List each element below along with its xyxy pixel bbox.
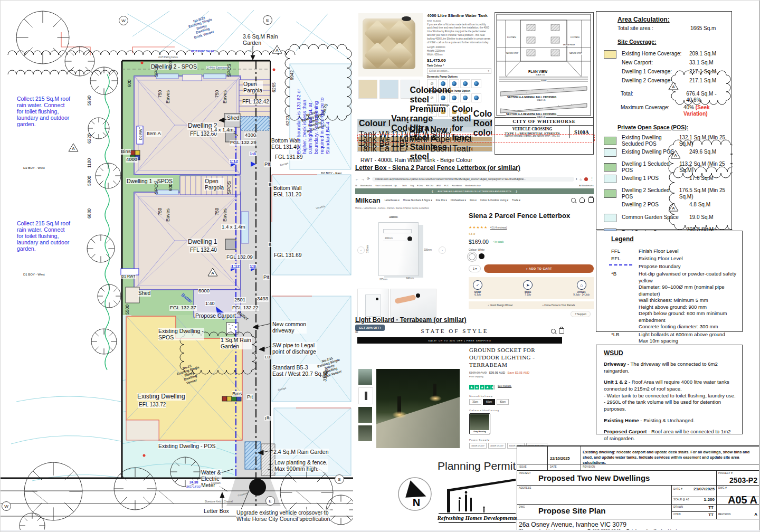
quantity-stepper[interactable]: 1 ▾: [469, 265, 481, 272]
forward-icon[interactable]: →: [361, 177, 365, 181]
triangle-a-marker: A: [68, 143, 79, 153]
plan-label: Open Pargola: [243, 81, 263, 93]
rating-text[interactable]: 4.5 (4 reviews): [490, 226, 507, 229]
bag-icon[interactable]: [559, 328, 564, 334]
pump-option[interactable]: [471, 93, 481, 102]
swatch-black[interactable]: [479, 253, 484, 259]
plan-label: Item A: [146, 131, 162, 137]
url-bar[interactable]: milkcan.com.au/products/siena-2-parcel-f…: [372, 177, 574, 182]
back-icon[interactable]: ←: [355, 177, 359, 181]
dwg-label: DWG: [519, 506, 525, 508]
see-reviews[interactable]: See reviews.: [498, 385, 511, 387]
date-col-label: DATE: [550, 466, 557, 468]
plan-label: SCALE 1:25: [536, 117, 546, 118]
cart-icon[interactable]: [588, 197, 594, 203]
bookmark-item[interactable]: FLX: [444, 184, 449, 187]
bollard-section: Light Bollard - Terrabeam (or similar) ≡…: [355, 316, 564, 451]
gallery-next[interactable]: ›: [439, 246, 446, 254]
wsud-paragraph: Unit 1 & 2 - Roof Area will require 4000…: [604, 379, 736, 412]
power-button[interactable]: 3000K DC12V: [469, 443, 487, 449]
bookmark-item[interactable]: ANT: [436, 184, 441, 187]
triangle-a-marker: A: [668, 203, 679, 212]
nav-item[interactable]: House Numbers & Signs ▾: [403, 199, 432, 202]
area-calc-title: Area Calculation:: [618, 16, 732, 23]
plan-label: BROOM FINISH: [563, 44, 575, 46]
plan-label: FGL 132.37: [169, 305, 197, 311]
bookmark-item[interactable]: Bookmarks: [360, 184, 372, 187]
profile-avatar[interactable]: [584, 177, 588, 181]
size-button[interactable]: 30cm: [469, 399, 481, 405]
tank-product-card: 4000 Litre Slimline Water Tank SKU: SL40…: [355, 10, 493, 166]
nav-item[interactable]: Trade ▾: [512, 199, 520, 202]
support-button[interactable]: ? Support: [571, 311, 591, 317]
bollard-main-image: [376, 369, 460, 448]
refresh-icon[interactable]: ⟳: [367, 177, 370, 181]
pump-option[interactable]: [460, 79, 470, 88]
bookmark-item[interactable]: Yog: [410, 184, 414, 187]
casing-option[interactable]: Grey Housing: [469, 413, 490, 434]
trustpilot-stars: ★★★★★: [469, 381, 496, 391]
breadcrumb[interactable]: Home › Letterboxes › Fence › Parcel › Si…: [355, 207, 594, 210]
letterbox-info: Siena 2 Parcel Fence Letterbox ★★★★★ 4.5…: [463, 212, 594, 309]
coverage-total-label: Total:: [621, 91, 686, 104]
tank-thumb[interactable]: [379, 80, 398, 99]
plan-label: 87°19'00" 34.96: [191, 50, 214, 53]
bookmark-item[interactable]: Bookmarks bar: [465, 184, 481, 187]
date-value: 21/07/2025: [676, 487, 715, 491]
apps-icon[interactable]: ⊞: [355, 184, 357, 187]
star-icon[interactable]: ☆: [580, 177, 582, 181]
plan-label: 1 Sq.M Rain Garden: [220, 337, 252, 349]
plan-label: 6223: [286, 115, 291, 126]
bookmark-item[interactable]: Tech: [402, 184, 406, 187]
revision-value: A: [718, 512, 757, 517]
store-name[interactable]: STATE OF STYLE: [358, 328, 551, 334]
bollard-thumbs[interactable]: [358, 369, 373, 441]
tank-thumb[interactable]: [358, 80, 377, 99]
extension-icon[interactable]: 🞂: [576, 177, 577, 181]
nav-item[interactable]: Pots ▾: [470, 199, 477, 202]
bookmark-item[interactable]: Facebook: [452, 184, 462, 187]
gallery-prev[interactable]: ‹: [357, 246, 365, 254]
price-new: $99.95 AUD: [489, 371, 505, 374]
pump-option[interactable]: [471, 79, 481, 88]
bookmark-item[interactable]: Your Dashboard - Up...: [375, 184, 399, 187]
menu-kebab-icon[interactable]: ⋮: [590, 177, 594, 181]
swatch-white[interactable]: [469, 253, 476, 260]
plan-label: 6000: [198, 288, 210, 294]
banner-prev-icon[interactable]: ❮: [432, 190, 434, 193]
plan-label: SW pipe to Legal point of discharge: [272, 342, 317, 355]
plan-label: Eaves: [222, 208, 227, 222]
bookmark-item[interactable]: Rh.Ost: [426, 184, 433, 187]
nav-item[interactable]: Letterboxes ▾: [385, 199, 400, 202]
pump-option[interactable]: [460, 93, 470, 102]
plan-label: 750: [158, 90, 163, 98]
plan-label: 3.6 Sq.M Rain Garden: [242, 33, 279, 46]
store-logo[interactable]: Milkcan: [355, 196, 381, 204]
size-button[interactable]: 80cm: [497, 399, 509, 405]
size-button[interactable]: 60cm: [483, 399, 495, 405]
search-icon[interactable]: [571, 198, 576, 203]
legend-row: EFL Existing Floor Level: [611, 255, 737, 262]
bookmark-item[interactable]: F.Dev: [417, 184, 423, 187]
crossing-title: VEHICLE CROSSING: [495, 127, 569, 131]
survey-node: W: [119, 16, 128, 25]
add-to-cart-button[interactable]: + ADD TO CART: [484, 264, 594, 273]
banner-next-icon[interactable]: ❯: [516, 190, 518, 193]
search-icon[interactable]: [551, 329, 556, 334]
step-icon: ➤: [523, 280, 533, 290]
plan-label: 1100: [87, 158, 92, 168]
nav-item[interactable]: Indoor & Outdoor Living ▾: [480, 199, 508, 202]
account-icon[interactable]: [580, 197, 585, 203]
nav-item[interactable]: Clotheslines ▾: [451, 199, 466, 202]
project-number-label: PROJECT #: [718, 472, 733, 474]
triangle-a-marker: A: [670, 150, 681, 159]
power-button[interactable]: 4000K DC12V: [488, 443, 506, 449]
area-calc-panel: Area Calculation: Total site area : 1665…: [596, 11, 732, 230]
all-bookmarks[interactable]: All Bookmarks: [579, 184, 594, 187]
plan-label: 1:12: [229, 159, 239, 164]
page-edge-right: [759, 1, 759, 532]
tank-colour-select[interactable]: Select an option...▾: [427, 68, 491, 74]
triangle-a-marker: A: [272, 45, 282, 54]
plan-label: 6880: [87, 208, 92, 219]
nav-item[interactable]: Fire Pits ▾: [436, 199, 447, 202]
